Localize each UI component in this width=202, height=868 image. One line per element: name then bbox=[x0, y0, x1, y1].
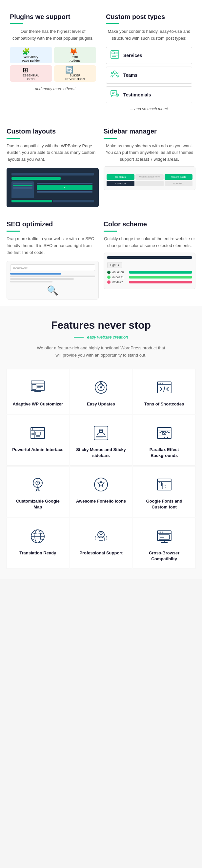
color-dot-2 bbox=[107, 276, 110, 279]
feature-fonts: T t Google Fonts and Custom font bbox=[133, 466, 196, 517]
feature-support-title: Professional Support bbox=[79, 550, 122, 556]
post-type-testimonials: Testimonials bbox=[106, 86, 192, 103]
translation-icon-wrapper bbox=[28, 527, 47, 546]
color-dot-1 bbox=[107, 271, 110, 274]
seo-search-wrapper: 🔍 bbox=[10, 285, 95, 296]
svg-point-8 bbox=[117, 72, 119, 73]
sidebar-widget-above: Widgets above here bbox=[135, 174, 164, 180]
sticky-icon-wrapper bbox=[91, 423, 111, 443]
svg-line-30 bbox=[160, 387, 162, 389]
svg-line-33 bbox=[167, 389, 169, 391]
features-subtitle-wrapper: easy website creation bbox=[6, 335, 196, 340]
svg-rect-16 bbox=[32, 384, 36, 390]
svg-point-74 bbox=[160, 531, 161, 532]
layout-sidebar-line-3 bbox=[13, 187, 32, 189]
feature-browser: Cross-Browser Compatibilty bbox=[133, 518, 196, 569]
support-icon-wrapper bbox=[91, 527, 111, 546]
sidebar-manager-section: Sidebar manager Make as many sidebars wi… bbox=[104, 128, 196, 207]
layout-main-icon: ☁ bbox=[63, 186, 66, 189]
feature-icons-title: Awesome Fontello Icons bbox=[76, 498, 126, 504]
teams-icon bbox=[110, 69, 120, 81]
sidebar-divider bbox=[104, 138, 117, 139]
layout-bottom-green bbox=[11, 200, 52, 203]
features-subtitle: easy website creation bbox=[87, 335, 128, 340]
toggle-arrow: ▾ bbox=[118, 264, 120, 267]
plugin-wpbakery-icon: 🧩 bbox=[22, 48, 39, 56]
fonts-icon: T t bbox=[156, 476, 172, 493]
svg-rect-25 bbox=[158, 382, 171, 393]
color-bar-fill-2 bbox=[129, 276, 192, 279]
updates-icon-wrapper bbox=[91, 378, 111, 397]
testimonials-label: Testimonials bbox=[123, 92, 151, 97]
seo-text: Drag more traffic to your website with o… bbox=[6, 236, 99, 256]
post-types-section: Custom post types Make your contents han… bbox=[103, 10, 196, 115]
svg-rect-1 bbox=[112, 52, 114, 54]
plugin-wpbakery-label: WPBakeryPage Builder bbox=[22, 56, 40, 63]
page-wrapper: Plugins we support Our theme has the hig… bbox=[0, 0, 202, 579]
feature-shortcodes: Tons of Shortcodes bbox=[133, 369, 196, 414]
layouts-text: Due to compatibility with the WPBakery P… bbox=[6, 143, 99, 163]
parallax-icon bbox=[156, 425, 172, 441]
post-types-more: ... and so much more! bbox=[106, 106, 192, 111]
feature-admin: Powerful Admin Interface bbox=[6, 415, 69, 465]
plugins-grid: 🧩 WPBakeryPage Builder 🦊 TRXAddons ⊞ ESS… bbox=[10, 47, 96, 82]
plugin-wpbakery: 🧩 WPBakeryPage Builder bbox=[10, 47, 52, 63]
svg-line-34 bbox=[164, 386, 165, 392]
shortcodes-icon bbox=[156, 379, 172, 396]
layout-main-line-2 bbox=[37, 191, 93, 192]
post-types-text: Make your contents handy, easy-to-use an… bbox=[106, 28, 192, 42]
custom-layouts-section: Custom layouts Due to compatibility with… bbox=[0, 121, 202, 214]
seo-title: SEO optimized bbox=[6, 220, 99, 228]
icons-icon bbox=[93, 476, 109, 493]
plugin-slider: 🔄 SLIDERREVOLUTION bbox=[54, 65, 96, 82]
plugins-text: Our theme has the highest level of compa… bbox=[10, 28, 96, 42]
seo-section: SEO optimized Drag more traffic to your … bbox=[6, 220, 99, 300]
services-label: Services bbox=[123, 53, 142, 58]
color-bar-1: #0d6b38 bbox=[107, 271, 192, 274]
features-dash bbox=[74, 337, 83, 338]
svg-rect-38 bbox=[36, 432, 40, 435]
svg-point-27 bbox=[158, 382, 159, 383]
feature-shortcodes-title: Tons of Shortcodes bbox=[144, 401, 184, 407]
sidebar-dots: ··· bbox=[107, 169, 193, 173]
layout-sidebar-line-2 bbox=[13, 185, 32, 186]
map-icon bbox=[30, 476, 46, 493]
support-icon bbox=[93, 528, 109, 545]
sidebar-widget-row-2: About Me NORMAL bbox=[107, 181, 193, 186]
parallax-icon-wrapper bbox=[155, 423, 174, 443]
post-type-services: Services bbox=[106, 47, 192, 64]
search-icon: 🔍 bbox=[10, 285, 95, 296]
admin-icon bbox=[30, 425, 46, 441]
color-bar-fill-3 bbox=[129, 281, 192, 283]
layout-bottom bbox=[11, 200, 94, 203]
shortcodes-icon-wrapper bbox=[155, 378, 174, 397]
toggle-label: Light bbox=[110, 264, 117, 267]
seo-preview: google.com 🔍 bbox=[6, 261, 99, 300]
post-types-divider bbox=[106, 23, 119, 24]
plugin-trx-icon: 🦊 bbox=[69, 48, 79, 56]
customizer-icon-wrapper bbox=[28, 378, 47, 397]
color-bar-2: #46e271 bbox=[107, 276, 192, 279]
plugin-trx: 🦊 TRXAddons bbox=[54, 47, 96, 63]
sidebar-widget-contents: Contents bbox=[107, 174, 135, 180]
feature-sticky-title: Sticky Menus and Sticky sidebars bbox=[75, 447, 127, 459]
browser-icon-wrapper bbox=[155, 527, 174, 546]
top-section: Plugins we support Our theme has the hig… bbox=[0, 0, 202, 121]
seo-line-2 bbox=[10, 276, 95, 277]
light-dark-toggle[interactable]: Light ▾ bbox=[107, 262, 123, 268]
post-types-list: Services Teams bbox=[106, 47, 192, 103]
feature-fonts-title: Google Fonts and Custom font bbox=[138, 498, 190, 510]
layouts-divider bbox=[6, 138, 20, 139]
layout-sidebar-line-1 bbox=[13, 183, 32, 184]
color-label-2: #46e271 bbox=[112, 276, 127, 279]
feature-updates-title: Easy Updates bbox=[87, 401, 115, 407]
services-icon bbox=[110, 50, 120, 61]
plugin-slider-label: SLIDERREVOLUTION bbox=[65, 74, 85, 81]
feature-customizer: Adaptive WP Customizer bbox=[6, 369, 69, 414]
svg-point-46 bbox=[100, 430, 102, 431]
svg-point-73 bbox=[158, 531, 159, 532]
color-text: Quickly change the color of the entire w… bbox=[104, 236, 196, 249]
svg-point-7 bbox=[111, 72, 113, 73]
updates-icon bbox=[93, 379, 109, 396]
sidebar-widget-about: About Me bbox=[107, 181, 135, 186]
